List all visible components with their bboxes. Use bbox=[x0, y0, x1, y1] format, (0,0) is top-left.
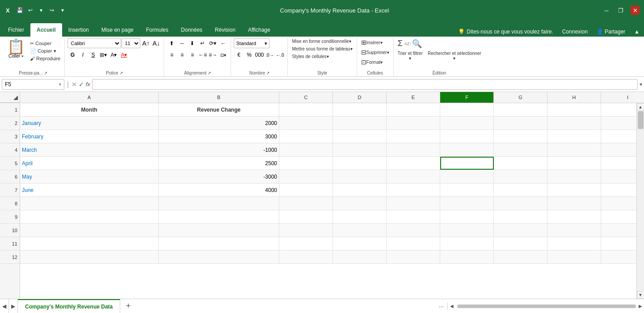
cell-E2[interactable] bbox=[387, 117, 440, 129]
wrap-text-btn[interactable]: ↵ bbox=[198, 38, 207, 48]
cell-B12[interactable] bbox=[159, 250, 279, 263]
decrease-indent-btn[interactable]: ←≡ bbox=[198, 50, 207, 60]
cell-F12[interactable] bbox=[440, 250, 494, 263]
cell-I7[interactable] bbox=[601, 184, 636, 196]
horizontal-scroll[interactable]: ◀ ▶ bbox=[447, 302, 644, 310]
cell-F4[interactable] bbox=[440, 143, 494, 156]
trier-dropdown[interactable]: ▾ bbox=[409, 56, 411, 61]
cell-I5[interactable] bbox=[601, 157, 636, 170]
row-num-4[interactable]: 4 bbox=[0, 143, 20, 157]
cell-G2[interactable] bbox=[494, 117, 547, 129]
cell-E1[interactable] bbox=[387, 103, 440, 116]
font-name-select[interactable]: Calibri bbox=[67, 38, 121, 48]
increase-indent-btn[interactable]: ≡→ bbox=[208, 50, 218, 60]
cell-F5[interactable] bbox=[440, 157, 494, 170]
cell-E8[interactable] bbox=[387, 197, 440, 210]
scroll-up-btn[interactable]: ▲ bbox=[637, 103, 644, 111]
row-num-3[interactable]: 3 bbox=[0, 130, 20, 143]
number-format-dropdown[interactable]: ▾ bbox=[265, 41, 267, 46]
row-num-8[interactable]: 8 bbox=[0, 197, 20, 210]
cell-A2[interactable]: January bbox=[20, 117, 159, 129]
cell-B2[interactable]: 2000 bbox=[159, 117, 279, 129]
cell-A4[interactable]: March bbox=[20, 143, 159, 156]
cell-H7[interactable] bbox=[547, 184, 601, 196]
cell-A9[interactable] bbox=[20, 210, 159, 223]
underline-btn[interactable]: S bbox=[88, 50, 98, 60]
cell-G9[interactable] bbox=[494, 210, 547, 223]
sheet-nav-left[interactable]: ◀ bbox=[0, 299, 9, 313]
confirm-formula-btn[interactable]: ✓ bbox=[79, 81, 84, 88]
cell-A1[interactable]: Month bbox=[20, 103, 159, 116]
col-header-H[interactable]: H bbox=[547, 92, 601, 103]
cell-B8[interactable] bbox=[159, 197, 279, 210]
expand-icon[interactable]: ↗ bbox=[44, 71, 47, 75]
italic-btn[interactable]: I bbox=[78, 50, 88, 60]
cell-H5[interactable] bbox=[547, 157, 601, 170]
increase-font-btn[interactable]: A↑ bbox=[141, 38, 151, 48]
fill-color-btn[interactable]: A▾ bbox=[109, 50, 118, 60]
cell-C2[interactable] bbox=[279, 117, 333, 129]
tab-donnees[interactable]: Données bbox=[175, 23, 209, 37]
cell-H2[interactable] bbox=[547, 117, 601, 129]
cell-F6[interactable] bbox=[440, 170, 494, 183]
scroll-thumb[interactable] bbox=[638, 111, 644, 129]
cell-D4[interactable] bbox=[333, 143, 387, 156]
row-num-5[interactable]: 5 bbox=[0, 157, 20, 170]
tab-accueil[interactable]: Accueil bbox=[30, 23, 62, 37]
cell-H8[interactable] bbox=[547, 197, 601, 210]
cell-H1[interactable] bbox=[547, 103, 601, 116]
undo-icon[interactable]: ↩ bbox=[26, 6, 35, 15]
col-header-B[interactable]: B bbox=[159, 92, 279, 103]
cell-D3[interactable] bbox=[333, 130, 387, 143]
partager-btn[interactable]: 👤 Partager bbox=[597, 29, 625, 35]
borders-btn[interactable]: ⊞▾ bbox=[98, 50, 108, 60]
cell-I9[interactable] bbox=[601, 210, 636, 223]
cell-C3[interactable] bbox=[279, 130, 333, 143]
cell-F1[interactable] bbox=[440, 103, 494, 116]
copier-btn[interactable]: 📄 Copier ▾ bbox=[29, 48, 62, 54]
cell-C10[interactable] bbox=[279, 224, 333, 237]
cell-F9[interactable] bbox=[440, 210, 494, 223]
cell-H9[interactable] bbox=[547, 210, 601, 223]
format-btn[interactable]: ⊡ Format ▾ bbox=[360, 58, 384, 66]
sheet-nav-right[interactable]: ▶ bbox=[9, 299, 18, 313]
cell-G12[interactable] bbox=[494, 250, 547, 263]
minimize-icon[interactable]: ─ bbox=[602, 6, 611, 15]
cell-B3[interactable]: 3000 bbox=[159, 130, 279, 143]
align-top-btn[interactable]: ⬆ bbox=[167, 38, 177, 48]
mise-en-forme-dropdown[interactable]: ▾ bbox=[349, 39, 351, 44]
restore-icon[interactable]: ❐ bbox=[616, 6, 625, 15]
cell-B4[interactable]: -1000 bbox=[159, 143, 279, 156]
cell-E12[interactable] bbox=[387, 250, 440, 263]
expand-formula-btn[interactable]: ▾ bbox=[640, 81, 642, 88]
cell-A6[interactable]: May bbox=[20, 170, 159, 183]
cell-D10[interactable] bbox=[333, 224, 387, 237]
align-bottom-btn[interactable]: ⬇ bbox=[187, 38, 197, 48]
col-header-I[interactable]: I bbox=[601, 92, 644, 103]
thousands-btn[interactable]: 000 bbox=[254, 50, 264, 60]
number-format-select[interactable]: Standard ▾ bbox=[234, 38, 269, 48]
tab-affichage[interactable]: Affichage bbox=[242, 23, 277, 37]
police-expand-icon[interactable]: ↗ bbox=[119, 71, 123, 75]
styles-cellules-btn[interactable]: Styles de cellules ▾ bbox=[290, 54, 330, 59]
redo-icon[interactable]: ↪ bbox=[47, 6, 56, 15]
row-num-7[interactable]: 7 bbox=[0, 184, 20, 197]
col-header-A[interactable]: A bbox=[20, 92, 159, 103]
h-scroll-thumb[interactable] bbox=[457, 305, 636, 308]
cell-F7[interactable] bbox=[440, 184, 494, 196]
inserer-btn[interactable]: ⊞ Insérer ▾ bbox=[360, 38, 384, 46]
cell-C12[interactable] bbox=[279, 250, 333, 263]
cell-reference-box[interactable]: F5 ▾ bbox=[2, 79, 64, 90]
cell-I3[interactable] bbox=[601, 130, 636, 143]
cell-C1[interactable] bbox=[279, 103, 333, 116]
cell-E6[interactable] bbox=[387, 170, 440, 183]
cell-A8[interactable] bbox=[20, 197, 159, 210]
cell-F8[interactable] bbox=[440, 197, 494, 210]
cell-G3[interactable] bbox=[494, 130, 547, 143]
close-icon[interactable]: ✕ bbox=[631, 6, 640, 15]
cell-H10[interactable] bbox=[547, 224, 601, 237]
cell-G5[interactable] bbox=[494, 157, 547, 170]
h-scroll-left-btn[interactable]: ◀ bbox=[448, 302, 455, 310]
save-icon[interactable]: 💾 bbox=[15, 6, 24, 15]
rtl-btn[interactable]: ← bbox=[218, 38, 228, 48]
